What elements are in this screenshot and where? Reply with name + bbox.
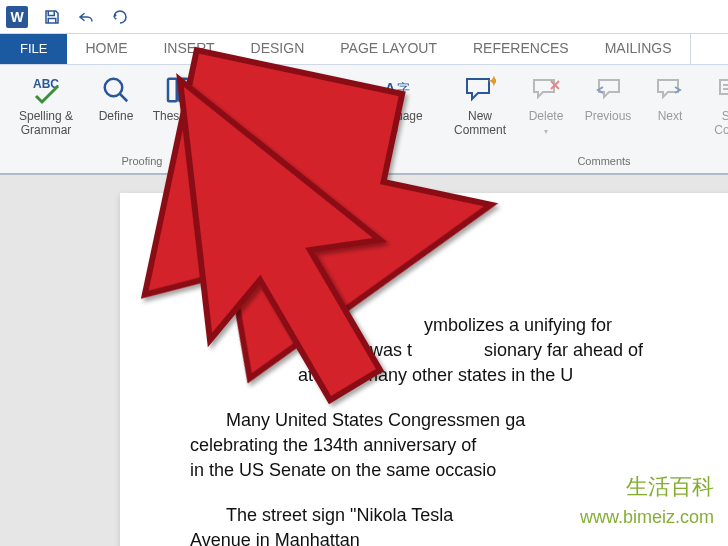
doc-line: Many United States Congressmen ga: [226, 410, 525, 430]
chevron-down-icon: ▾: [544, 127, 548, 136]
word-count-highlight: ABC 123 Word Count: [210, 69, 276, 149]
new-comment-button[interactable]: ✦ New Comment: [446, 71, 514, 137]
translate-icon: aあ: [309, 73, 343, 107]
translate-label: Translate: [301, 109, 351, 123]
language-icon: A字: [379, 73, 413, 107]
doc-line: ate and many other states in the U: [298, 365, 573, 385]
define-button[interactable]: Define: [86, 71, 146, 123]
word-logo: W: [6, 6, 28, 28]
ribbon-tabs: FILE HOME INSERT DESIGN PAGE LAYOUT REFE…: [0, 34, 728, 64]
group-proofing: ABC Spelling & Grammar Define Thesauru: [0, 65, 284, 173]
delete-comment-icon: [531, 73, 561, 107]
word-count-button[interactable]: ABC 123 Word Count: [215, 74, 271, 142]
svg-rect-4: [179, 79, 188, 102]
spelling-label: Spelling & Grammar: [19, 109, 73, 137]
redo-icon[interactable]: [110, 7, 130, 27]
tab-mailings[interactable]: MAILINGS: [587, 34, 690, 64]
svg-rect-3: [168, 79, 177, 102]
word-logo-letter: W: [10, 9, 23, 25]
doc-line: ymbolizes a unifying for: [424, 315, 612, 335]
ribbon: ABC Spelling & Grammar Define Thesauru: [0, 64, 728, 174]
chevron-down-icon: ▾: [324, 127, 328, 136]
group-language: aあ Translate▾ A字 Language▾: [284, 65, 438, 173]
word-count-label: Word Count: [227, 114, 259, 142]
translate-button[interactable]: aあ Translate▾: [292, 71, 360, 139]
thesaurus-icon: [163, 73, 193, 107]
show-comments-button[interactable]: Shc Comm: [702, 71, 728, 137]
tab-file[interactable]: FILE: [0, 34, 67, 64]
define-icon: [101, 73, 131, 107]
show-comments-icon: [717, 73, 728, 107]
next-comment-button[interactable]: Next: [640, 71, 700, 123]
watermark-url: www.bimeiz.com: [580, 507, 714, 528]
tab-home[interactable]: HOME: [67, 34, 145, 64]
new-comment-label: New Comment: [454, 109, 506, 137]
language-group-label: [284, 155, 438, 173]
doc-line: sionary far ahead of: [484, 340, 643, 360]
document-workspace: xxxxxxxxxxxxxxxxxxxxxxxxxxymbolizes a un…: [0, 174, 728, 546]
svg-text:あ: あ: [327, 83, 340, 98]
svg-point-1: [105, 79, 123, 97]
spelling-icon: ABC: [26, 73, 66, 107]
delete-comment-button[interactable]: Delete▾: [516, 71, 576, 139]
doc-line: was t: [370, 340, 412, 360]
watermark-cn: 生活百科: [626, 472, 714, 502]
show-comments-label: Shc Comm: [714, 109, 728, 137]
thesaurus-label: Thesauru: [153, 109, 204, 123]
doc-line: Avenue in Manhattan: [190, 530, 360, 546]
proofing-group-label: Proofing: [0, 155, 284, 173]
tab-insert[interactable]: INSERT: [145, 34, 232, 64]
chevron-down-icon: ▾: [394, 127, 398, 136]
svg-text:A: A: [385, 80, 395, 96]
define-label: Define: [99, 109, 134, 123]
doc-line: in the US Senate on the same occasio: [190, 460, 496, 480]
doc-line: The street sign "Nikola Tesla: [226, 505, 453, 525]
tab-design[interactable]: DESIGN: [233, 34, 323, 64]
tab-more[interactable]: [690, 34, 727, 64]
previous-comment-icon: [593, 73, 623, 107]
svg-text:✦: ✦: [488, 76, 496, 89]
word-count-icon: ABC 123: [231, 76, 255, 112]
undo-icon[interactable]: [76, 7, 96, 27]
abc-text: ABC: [231, 80, 255, 92]
previous-label: Previous: [585, 109, 632, 123]
next-label: Next: [658, 109, 683, 123]
tab-references[interactable]: REFERENCES: [455, 34, 587, 64]
svg-text:字: 字: [397, 81, 410, 96]
spelling-grammar-button[interactable]: ABC Spelling & Grammar: [8, 71, 84, 137]
svg-line-2: [120, 94, 128, 102]
next-comment-icon: [655, 73, 685, 107]
doc-line: celebrating the 134th anniversary of: [190, 435, 476, 455]
group-comments: ✦ New Comment Delete▾ Previous: [438, 65, 728, 173]
delete-label: Delete: [529, 109, 564, 123]
thesaurus-button[interactable]: Thesauru: [148, 71, 208, 123]
tab-page-layout[interactable]: PAGE LAYOUT: [322, 34, 455, 64]
language-button[interactable]: A字 Language▾: [362, 71, 430, 139]
language-label: Language: [369, 109, 422, 123]
comments-group-label: Comments: [438, 155, 728, 173]
123-text: 123: [231, 94, 255, 108]
save-icon[interactable]: [42, 7, 62, 27]
previous-comment-button[interactable]: Previous: [578, 71, 638, 123]
new-comment-icon: ✦: [464, 73, 496, 107]
svg-text:a: a: [319, 78, 326, 92]
title-bar: W: [0, 0, 728, 34]
svg-rect-12: [720, 80, 728, 94]
